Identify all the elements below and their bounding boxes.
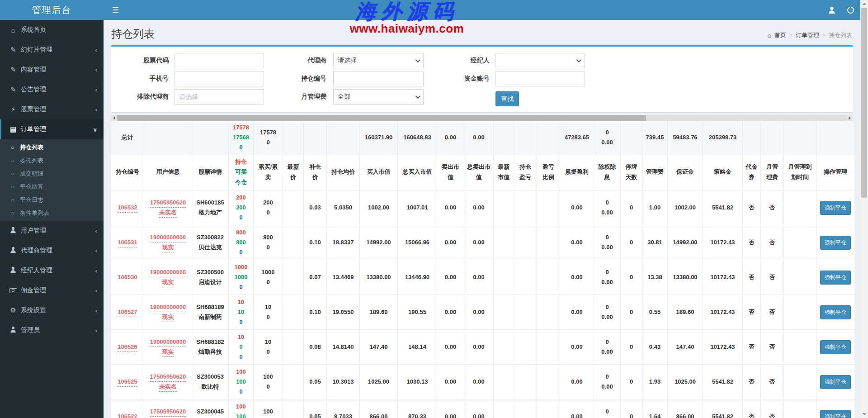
user-icon[interactable] xyxy=(828,7,835,14)
power-icon[interactable] xyxy=(847,7,854,14)
user-phone-link[interactable]: 17505950620 xyxy=(150,408,186,417)
cell-actions: 强制平仓 xyxy=(816,190,855,225)
total-total-buy-value: 160648.83 xyxy=(398,121,437,154)
sidebar-subitem-4[interactable]: ○平仓日志 xyxy=(0,193,104,206)
cell-withdrawn-profit: 0.00 xyxy=(560,365,594,399)
sidebar-item-1[interactable]: ✎幻灯片管理‹ xyxy=(0,40,104,60)
app-title[interactable]: 管理后台 xyxy=(0,0,104,20)
force-close-button[interactable]: 强制平仓 xyxy=(820,410,851,418)
table-row: 10653019000000000现实SZ300500启迪设计100010000… xyxy=(111,260,855,295)
user-phone-link[interactable]: 19000000000 xyxy=(150,303,186,312)
stock-code-input[interactable] xyxy=(175,53,264,68)
force-close-button[interactable]: 强制平仓 xyxy=(820,375,851,389)
fund-account-input[interactable] xyxy=(495,71,585,86)
user-phone-link[interactable]: 19000000000 xyxy=(150,338,186,347)
sidebar-submenu: ○持仓列表○委托列表○成交明细○平仓结算○平仓日志○条件单列表 xyxy=(0,139,104,221)
position-id-link[interactable]: 106527 xyxy=(118,308,137,317)
position-id-link[interactable]: 106532 xyxy=(118,204,137,213)
sidebar-item-9[interactable]: 佣金管理‹ xyxy=(0,280,104,300)
sidebar-item-7[interactable]: 代理商管理‹ xyxy=(0,241,104,261)
user-status-link[interactable]: 现实 xyxy=(162,313,174,322)
monthly-fee-select-value: 全部 xyxy=(338,93,350,101)
sidebar-subitem-label: 委托列表 xyxy=(20,157,43,165)
menu-toggle-icon[interactable] xyxy=(112,6,120,14)
cell-sell-value: 0.00 xyxy=(437,225,464,260)
breadcrumb-order-mgmt[interactable]: 订单管理 xyxy=(796,31,819,39)
horizontal-scrollbar-thumb[interactable] xyxy=(117,115,646,121)
cell-position-pnl xyxy=(514,295,537,330)
force-close-button[interactable]: 强制平仓 xyxy=(820,271,851,285)
col-header-margin: 保证金 xyxy=(668,154,703,190)
user-phone-link[interactable]: 17505950620 xyxy=(150,373,186,382)
sidebar-item-2[interactable]: ✎内容管理‹ xyxy=(0,60,104,80)
circle-icon: ○ xyxy=(11,157,20,164)
scroll-down-arrow[interactable] xyxy=(860,411,868,418)
position-value: 10 xyxy=(231,297,250,307)
chevron-down-icon xyxy=(415,57,420,62)
sidebar-subitem-1[interactable]: ○委托列表 xyxy=(0,154,104,167)
sidebar-subitem-3[interactable]: ○平仓结算 xyxy=(0,180,104,193)
cell-suspend-days: 0 xyxy=(621,365,642,399)
sidebar-item-label: 代理商管理 xyxy=(21,247,95,255)
force-close-button[interactable]: 强制平仓 xyxy=(820,305,851,319)
scroll-up-arrow[interactable] xyxy=(860,0,868,7)
sidebar-subitem-5[interactable]: ○条件单列表 xyxy=(0,206,104,219)
user-status-link[interactable]: 现实 xyxy=(162,243,174,252)
today-value: 0 xyxy=(231,352,250,362)
force-close-button[interactable]: 强制平仓 xyxy=(820,340,851,354)
sidebar-item-8[interactable]: 经纪人管理‹ xyxy=(0,261,104,280)
table-row: 10653119000000000现实SZ300822贝仕达克800800080… xyxy=(111,225,855,260)
filter-row-1: 股票代码 代理商 请选择 经纪人 xyxy=(111,52,853,70)
position-id-link[interactable]: 106525 xyxy=(118,378,137,387)
total-mgmt-fee: 739.45 xyxy=(642,121,668,154)
sidebar-item-10[interactable]: ⚙系统设置‹ xyxy=(0,300,104,320)
position-id-link[interactable]: 106526 xyxy=(118,343,137,352)
user-status-link[interactable]: 现实 xyxy=(162,278,174,287)
position-id-link[interactable]: 106530 xyxy=(118,273,137,282)
exclude-agent-label: 排除代理商 xyxy=(111,93,169,101)
phone-input[interactable] xyxy=(175,71,264,86)
force-close-button[interactable]: 强制平仓 xyxy=(820,236,851,250)
user-phone-link[interactable]: 19000000000 xyxy=(150,233,186,242)
breadcrumb-home[interactable]: 首页 xyxy=(774,31,786,39)
sidebar-item-11[interactable]: 管理员‹ xyxy=(0,320,104,340)
position-id-link[interactable]: 106531 xyxy=(118,238,137,247)
scroll-left-arrow[interactable] xyxy=(111,115,117,121)
user-phone-link[interactable]: 19000000000 xyxy=(150,268,186,277)
vertical-scrollbar-thumb[interactable] xyxy=(861,8,867,198)
monthly-fee-select[interactable]: 全部 xyxy=(333,89,424,104)
search-button[interactable]: 查找 xyxy=(495,91,519,106)
user-status-link[interactable]: 未实名 xyxy=(159,209,177,218)
vertical-scrollbar[interactable] xyxy=(860,0,868,418)
sidebar-item-6[interactable]: 用户管理‹ xyxy=(0,221,104,241)
sidebar-item-0[interactable]: ⌂系统首页 xyxy=(0,20,104,40)
home-icon[interactable]: ⌂ xyxy=(768,32,771,39)
user-status-link[interactable]: 现实 xyxy=(162,348,174,357)
user-status-link[interactable]: 未实名 xyxy=(159,383,177,392)
exclude-agent-input[interactable] xyxy=(175,89,264,104)
sidebar-subitem-0[interactable]: ○持仓列表 xyxy=(0,141,104,154)
position-id-link[interactable]: 106522 xyxy=(118,413,137,418)
user-icon xyxy=(10,267,16,273)
force-close-button[interactable]: 强制平仓 xyxy=(820,201,851,215)
sidebar-subitem-2[interactable]: ○成交明细 xyxy=(0,167,104,180)
agent-select[interactable]: 请选择 xyxy=(333,53,424,68)
sidebar-item-label: 订单管理 xyxy=(21,125,93,133)
scroll-right-arrow[interactable] xyxy=(847,115,853,121)
cell-avg-price: 18.8337 xyxy=(327,225,360,260)
position-id-input[interactable] xyxy=(333,71,424,86)
broker-select[interactable] xyxy=(495,53,585,68)
horizontal-scrollbar[interactable] xyxy=(111,115,853,121)
cell-suspend-days: 0 xyxy=(621,330,642,365)
user-phone-link[interactable]: 17505950620 xyxy=(150,199,186,208)
sellable-value: 1000 xyxy=(231,272,250,282)
cell-monthly-expire xyxy=(784,225,816,260)
position-value: 1000 xyxy=(231,262,250,272)
total-user-info xyxy=(144,121,192,154)
sidebar-item-5[interactable]: ▤订单管理∨ xyxy=(0,119,104,139)
sidebar-item-3[interactable]: ✎公告管理‹ xyxy=(0,80,104,100)
col-header-position-pnl: 持仓盈亏 xyxy=(514,154,537,190)
cell-monthly-fee: 否 xyxy=(761,295,784,330)
cell-total-buy-value: 1030.13 xyxy=(398,365,437,399)
sidebar-item-4[interactable]: ⚡股票管理‹ xyxy=(0,100,104,119)
